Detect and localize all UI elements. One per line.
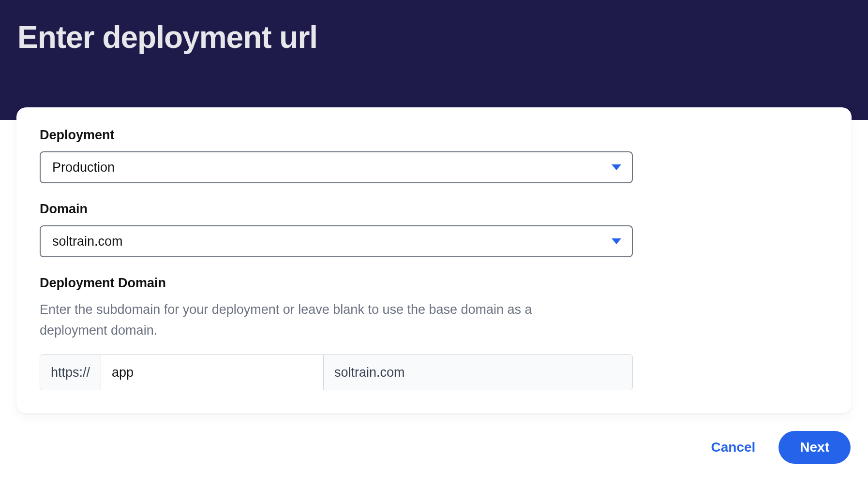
domain-select[interactable]: soltrain.com bbox=[40, 225, 633, 257]
page-title: Enter deployment url bbox=[17, 19, 851, 55]
deployment-domain-label: Deployment Domain bbox=[40, 276, 828, 291]
url-input-group: https:// soltrain.com bbox=[40, 354, 633, 390]
deployment-label: Deployment bbox=[40, 128, 828, 143]
deployment-select[interactable]: Production bbox=[40, 151, 633, 183]
deployment-select-value: Production bbox=[40, 151, 633, 183]
deployment-domain-help: Enter the subdomain for your deployment … bbox=[40, 299, 572, 341]
subdomain-input[interactable] bbox=[101, 355, 324, 390]
url-prefix: https:// bbox=[40, 355, 101, 390]
domain-label: Domain bbox=[40, 202, 828, 217]
domain-group: Domain soltrain.com bbox=[40, 202, 828, 257]
header: Enter deployment url bbox=[0, 0, 868, 120]
next-button[interactable]: Next bbox=[778, 431, 851, 464]
deployment-group: Deployment Production bbox=[40, 128, 828, 183]
footer: Cancel Next bbox=[0, 413, 868, 464]
form-card: Deployment Production Domain soltrain.co… bbox=[16, 107, 852, 413]
cancel-button[interactable]: Cancel bbox=[711, 440, 755, 455]
url-suffix: soltrain.com bbox=[324, 355, 632, 390]
domain-select-value: soltrain.com bbox=[40, 225, 633, 257]
deployment-domain-group: Deployment Domain Enter the subdomain fo… bbox=[40, 276, 828, 390]
